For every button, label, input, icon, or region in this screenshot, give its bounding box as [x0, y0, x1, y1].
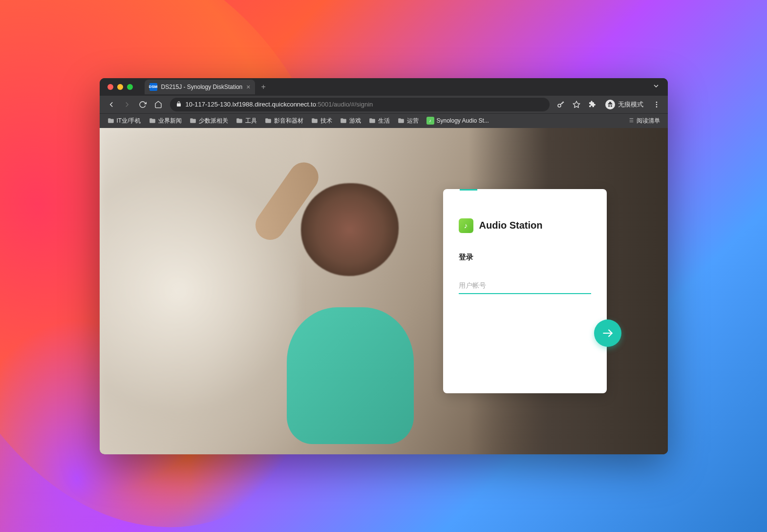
- bookmark-app[interactable]: ♪Synology Audio St...: [424, 115, 492, 127]
- incognito-badge[interactable]: 无痕模式: [601, 98, 647, 111]
- username-field-wrap: [459, 277, 591, 294]
- bookmark-folder[interactable]: 生活: [366, 115, 393, 127]
- tab-title: DS215J - Synology DiskStation: [161, 84, 243, 90]
- incognito-label: 无痕模式: [618, 100, 643, 109]
- signin-heading: 登录: [459, 253, 591, 262]
- svg-line-1: [560, 102, 563, 105]
- lock-icon: [176, 101, 182, 108]
- bookmark-label: 业界新闻: [158, 117, 182, 125]
- browser-tab[interactable]: DSM DS215J - Synology DiskStation ×: [145, 80, 256, 94]
- url-text: 10-117-125-130.lxf1988.direct.quickconne…: [186, 101, 373, 108]
- bookmark-label: 少数派相关: [199, 117, 228, 125]
- audio-station-icon: ♪: [459, 218, 473, 233]
- maximize-window-button[interactable]: [127, 84, 133, 90]
- incognito-icon: [605, 100, 615, 109]
- folder-icon: [311, 117, 318, 124]
- extensions-icon[interactable]: [586, 98, 598, 111]
- bookmark-label: 游戏: [349, 117, 361, 125]
- reload-button[interactable]: [136, 98, 149, 111]
- url-bar[interactable]: 10-117-125-130.lxf1988.direct.quickconne…: [170, 98, 550, 111]
- app-title: Audio Station: [479, 220, 543, 231]
- bookmark-folder[interactable]: IT业/手机: [105, 115, 144, 127]
- bookmark-folder[interactable]: 技术: [308, 115, 335, 127]
- bookmark-folder[interactable]: 工具: [233, 115, 260, 127]
- bookmark-folder[interactable]: 少数派相关: [187, 115, 231, 127]
- forward-button[interactable]: [120, 98, 134, 111]
- page-content: ♪ Audio Station 登录: [100, 128, 668, 454]
- svg-point-5: [656, 102, 657, 103]
- tab-favicon: DSM: [149, 83, 157, 91]
- folder-icon: [190, 117, 196, 124]
- svg-point-6: [656, 104, 657, 105]
- folder-icon: [340, 117, 347, 124]
- submit-button[interactable]: [594, 319, 621, 347]
- minimize-window-button[interactable]: [117, 84, 123, 90]
- reading-list-button[interactable]: 阅读清单: [624, 115, 663, 127]
- bookmarks-bar: IT业/手机 业界新闻 少数派相关 工具 影音和器材 技术 游戏 生活 运营 ♪…: [100, 113, 668, 128]
- music-app-icon: ♪: [426, 117, 434, 125]
- menu-icon[interactable]: [650, 98, 663, 111]
- bookmark-label: 影音和器材: [274, 117, 303, 125]
- star-icon[interactable]: [570, 98, 583, 111]
- folder-icon: [398, 117, 405, 124]
- key-icon[interactable]: [554, 98, 567, 111]
- bookmark-label: IT业/手机: [117, 117, 141, 125]
- svg-line-3: [562, 103, 563, 104]
- folder-icon: [265, 117, 272, 124]
- tab-bar: DSM DS215J - Synology DiskStation × +: [100, 78, 668, 96]
- bookmark-label: 运营: [407, 117, 419, 125]
- tabs-dropdown-icon[interactable]: [652, 82, 660, 91]
- toolbar: 10-117-125-130.lxf1988.direct.quickconne…: [100, 96, 668, 113]
- close-window-button[interactable]: [107, 84, 113, 90]
- svg-line-2: [563, 102, 564, 103]
- bookmark-folder[interactable]: 运营: [395, 115, 422, 127]
- login-card: ♪ Audio Station 登录: [443, 189, 607, 393]
- svg-point-7: [656, 106, 657, 107]
- svg-point-0: [558, 104, 561, 107]
- folder-icon: [107, 117, 114, 124]
- folder-icon: [149, 117, 156, 124]
- app-header: ♪ Audio Station: [459, 218, 591, 233]
- back-button[interactable]: [105, 98, 118, 111]
- bookmark-folder[interactable]: 影音和器材: [262, 115, 306, 127]
- home-button[interactable]: [151, 98, 165, 111]
- svg-marker-4: [573, 101, 579, 107]
- username-input[interactable]: [459, 277, 591, 294]
- list-icon: [627, 117, 634, 125]
- bookmark-label: Synology Audio St...: [437, 117, 489, 124]
- toolbar-right: 无痕模式: [554, 98, 663, 111]
- window-controls: [104, 84, 137, 90]
- bookmark-folder[interactable]: 游戏: [337, 115, 364, 127]
- bookmark-label: 生活: [378, 117, 390, 125]
- bookmark-label: 工具: [245, 117, 257, 125]
- bookmark-label: 技术: [320, 117, 332, 125]
- reading-list-label: 阅读清单: [637, 117, 660, 125]
- close-tab-button[interactable]: ×: [246, 84, 250, 90]
- folder-icon: [369, 117, 376, 124]
- new-tab-button[interactable]: +: [255, 83, 271, 91]
- bookmark-folder[interactable]: 业界新闻: [146, 115, 185, 127]
- folder-icon: [236, 117, 243, 124]
- browser-window: DSM DS215J - Synology DiskStation × +: [100, 78, 668, 454]
